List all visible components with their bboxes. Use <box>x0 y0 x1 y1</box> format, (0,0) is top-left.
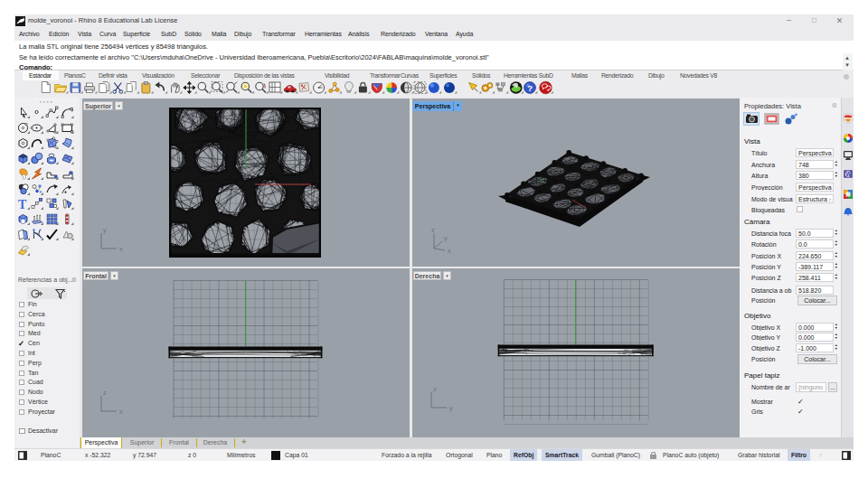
svg-text:y: y <box>449 404 453 412</box>
svg-text:x: x <box>448 247 451 255</box>
svg-text:x: x <box>119 408 123 416</box>
svg-text:x: x <box>119 245 123 253</box>
svg-text:y: y <box>103 226 107 234</box>
svg-text:z: z <box>433 385 437 393</box>
svg-text:y: y <box>444 234 448 242</box>
svg-text:?: ? <box>527 83 533 93</box>
svg-text:W: W <box>846 171 853 177</box>
svg-text:z: z <box>103 389 107 397</box>
svg-text:T: T <box>18 198 27 211</box>
svg-text:z: z <box>431 226 435 234</box>
